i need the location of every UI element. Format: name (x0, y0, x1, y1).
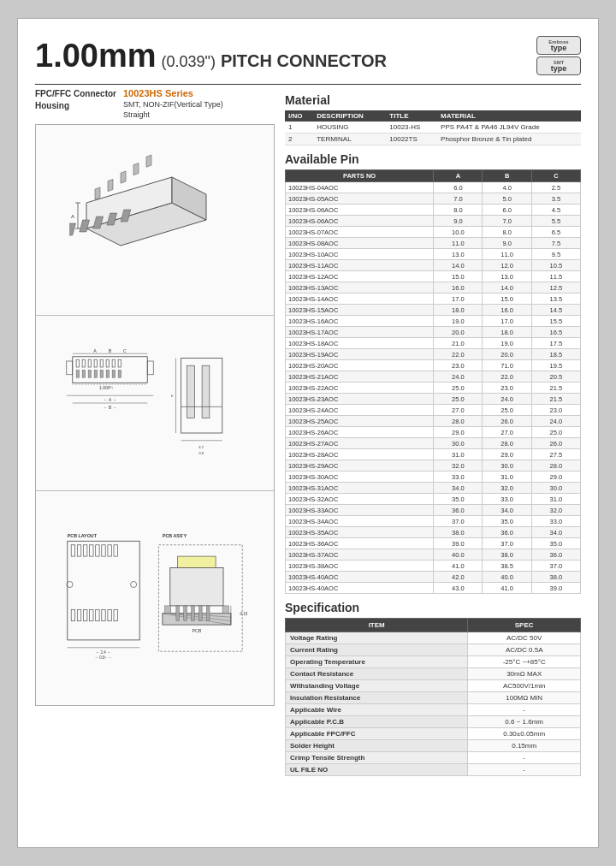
table-row: Withstanding VoltageAC500V/1min (286, 680, 581, 692)
svg-text:PCB LAYOUT: PCB LAYOUT (68, 533, 98, 538)
svg-rect-48 (202, 365, 210, 418)
table-row: 10023HS-38AOC41.038.537.0 (286, 561, 581, 572)
svg-text:A: A (71, 214, 74, 219)
svg-rect-5 (121, 171, 126, 183)
table-row: 10023HS-33AOC36.034.032.0 (286, 505, 581, 516)
spec-title: Specification (285, 601, 581, 614)
svg-rect-87 (192, 606, 195, 621)
category-label: FPC/FFC Connector Housing (35, 88, 116, 112)
spec-col-spec: SPEC (468, 619, 581, 632)
pin-col-c: C (531, 170, 580, 182)
table-row: Operating Temperature-25°C ~+85°C (286, 656, 581, 668)
product-details: 10023HS Series SMT, NON-ZIF(Vertical Typ… (123, 88, 223, 119)
table-row: 10023HS-26AOC29.027.025.0 (286, 427, 581, 438)
category-line2: Housing (35, 101, 69, 110)
table-row: Applicable Wire- (286, 704, 581, 716)
table-row: 10023HS-14AOC17.015.013.5 (286, 294, 581, 305)
table-row: 1HOUSING10023-HSPPS PA4T & PA46 JL94V Gr… (285, 122, 581, 133)
table-row: 10023HS-24AOC27.025.023.0 (286, 405, 581, 416)
left-column: FPC/FFC Connector Housing 10023HS Series… (35, 88, 275, 841)
pin-title: Available Pin (285, 152, 581, 166)
svg-text:← B →: ← B → (104, 406, 116, 410)
table-row: Applicable P.C.B0.6 ~ 1.6mm (286, 716, 581, 728)
svg-rect-27 (106, 359, 110, 367)
side-view-svg: A B C (52, 343, 258, 463)
svg-rect-69 (96, 609, 99, 620)
connector-text: PITCH CONNECTOR (221, 51, 387, 71)
pin-col-parts: PARTS NO (286, 170, 434, 182)
table-row: 10023HS-31AOC34.032.030.0 (286, 483, 581, 494)
pcb-drawing-section: PCB LAYOUT (36, 491, 274, 705)
table-row: Current RatingAC/DC 0.5A (286, 644, 581, 656)
table-row: Crimp Tensile Strength- (286, 752, 581, 764)
pin-table: PARTS NO A B C 10023HS-04AOC6.04.02.5100… (285, 169, 581, 594)
svg-rect-29 (118, 359, 121, 367)
svg-rect-61 (96, 545, 99, 556)
svg-rect-3 (95, 187, 100, 199)
header-title: 1.00mm (0.039") PITCH CONNECTOR (35, 38, 387, 74)
header-divider (35, 84, 581, 85)
mat-col-desc: DESCRIPTION (313, 110, 386, 122)
svg-rect-72 (114, 609, 117, 620)
svg-rect-58 (77, 545, 80, 556)
svg-text:B: B (109, 347, 112, 353)
header: 1.00mm (0.039") PITCH CONNECTOR Emboss t… (35, 36, 581, 75)
table-row: UL FILE NO- (286, 764, 581, 776)
svg-rect-60 (90, 545, 93, 556)
svg-text:C: C (123, 347, 127, 353)
table-row: 10023HS-06AOC9.07.05.5 (286, 216, 581, 227)
table-row: 10023HS-21AOC24.022.020.5 (286, 371, 581, 383)
table-row: 10023HS-04AOC6.04.02.5 (286, 182, 581, 193)
svg-rect-9 (80, 220, 90, 232)
header-badges: Emboss type SMT type (536, 36, 581, 75)
svg-text:← 2.4 →: ← 2.4 → (96, 650, 111, 655)
svg-rect-67 (83, 609, 86, 620)
svg-rect-57 (71, 545, 74, 556)
mat-col-ino: I/NO (285, 110, 313, 122)
spec-col-item: ITEM (286, 619, 468, 632)
mat-col-material: MATERIAL (437, 110, 581, 122)
svg-rect-8 (69, 223, 75, 235)
svg-rect-80 (170, 567, 223, 605)
svg-rect-62 (102, 545, 105, 556)
svg-rect-85 (176, 606, 180, 621)
table-row: 10023HS-08AOC11.09.07.5 (286, 238, 581, 249)
svg-text:1.00P↑: 1.00P↑ (99, 385, 113, 390)
svg-rect-6 (133, 163, 139, 175)
material-title: Material (285, 93, 581, 107)
product-type: SMT, NON-ZIF(Vertical Type) (123, 100, 223, 109)
svg-rect-71 (108, 609, 111, 620)
emboss-type: type (551, 44, 567, 52)
svg-rect-86 (184, 606, 187, 621)
svg-rect-4 (108, 180, 113, 192)
svg-text:← A →: ← A → (104, 398, 116, 402)
svg-rect-26 (100, 359, 104, 367)
svg-rect-7 (146, 155, 151, 167)
spec-table: ITEM SPEC Voltage RatingAC/DC 50VCurrent… (285, 618, 581, 776)
table-row: 10023HS-23AOC25.024.021.5 (286, 394, 581, 405)
svg-rect-22 (76, 359, 80, 367)
series-name: 10023HS Series (123, 88, 223, 98)
table-row: 10023HS-19AOC22.020.018.5 (286, 349, 581, 360)
table-row: 2TERMINAL10022TSPhosphor Bronze & Tin pl… (285, 133, 581, 145)
table-row: 10023HS-28AOC31.029.027.5 (286, 449, 581, 460)
svg-rect-90 (178, 556, 216, 567)
svg-rect-70 (102, 609, 105, 620)
svg-text:A: A (93, 347, 97, 353)
svg-rect-47 (187, 365, 195, 418)
material-table: I/NO DESCRIPTION TITLE MATERIAL 1HOUSING… (285, 110, 581, 145)
svg-rect-24 (88, 359, 92, 367)
svg-text:h: h (171, 394, 174, 398)
isometric-svg: A (69, 151, 240, 288)
table-row: 10023HS-16AOC19.017.015.5 (286, 316, 581, 327)
table-row: 10023HS-36AOC39.037.035.0 (286, 538, 581, 549)
svg-rect-40 (147, 361, 153, 375)
table-row: 10023HS-22AOC25.023.021.5 (286, 383, 581, 394)
table-row: 10023HS-34AOC37.035.033.0 (286, 516, 581, 527)
svg-rect-23 (82, 359, 86, 367)
table-row: 10023HS-10AOC13.011.09.5 (286, 249, 581, 260)
svg-rect-66 (77, 609, 80, 620)
table-row: 10023HS-07AOC10.08.06.5 (286, 227, 581, 238)
svg-rect-25 (94, 359, 98, 367)
svg-rect-92 (222, 606, 228, 614)
